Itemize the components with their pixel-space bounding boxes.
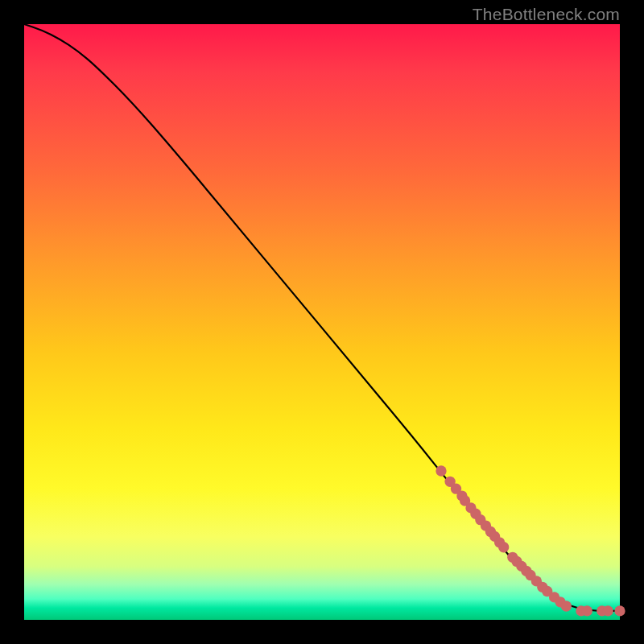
chart-frame: TheBottleneck.com (0, 0, 644, 644)
data-point (582, 605, 592, 616)
data-point (498, 542, 509, 552)
data-point (561, 601, 572, 611)
chart-svg (24, 24, 620, 620)
data-point (436, 465, 446, 476)
bottleneck-curve (24, 24, 620, 611)
watermark-text: TheBottleneck.com (473, 5, 620, 24)
data-points-group (436, 465, 625, 616)
data-point (614, 605, 625, 616)
data-point (603, 605, 613, 616)
plot-area (24, 24, 620, 620)
